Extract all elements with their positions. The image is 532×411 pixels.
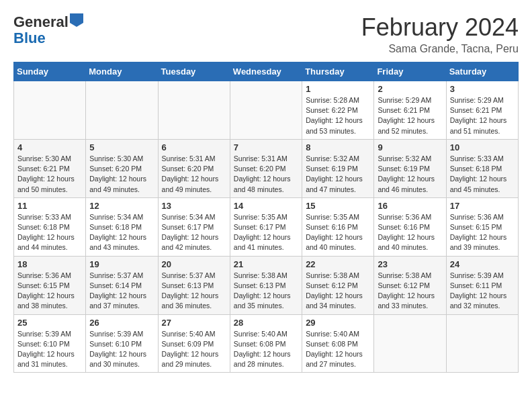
calendar-cell: 29Sunrise: 5:40 AM Sunset: 6:08 PM Dayli…: [302, 314, 374, 373]
day-number: 13: [162, 201, 226, 211]
calendar-cell: 7Sunrise: 5:31 AM Sunset: 6:20 PM Daylig…: [230, 139, 302, 197]
page-header: General Blue February 2024 Sama Grande, …: [13, 13, 519, 55]
calendar-cell: [374, 314, 446, 373]
calendar-cell: 8Sunrise: 5:32 AM Sunset: 6:19 PM Daylig…: [302, 139, 374, 197]
day-info: Sunrise: 5:37 AM Sunset: 6:13 PM Dayligh…: [162, 271, 226, 312]
calendar-cell: 12Sunrise: 5:34 AM Sunset: 6:18 PM Dayli…: [86, 197, 158, 256]
days-header-row: SundayMondayTuesdayWednesdayThursdayFrid…: [14, 62, 519, 81]
day-number: 3: [450, 84, 515, 94]
day-number: 19: [89, 259, 154, 269]
day-number: 6: [162, 142, 226, 152]
day-number: 8: [306, 142, 370, 152]
day-number: 16: [378, 201, 442, 211]
logo: General Blue: [13, 13, 86, 46]
day-info: Sunrise: 5:36 AM Sunset: 6:15 PM Dayligh…: [450, 212, 515, 253]
day-info: Sunrise: 5:38 AM Sunset: 6:12 PM Dayligh…: [306, 271, 370, 312]
calendar-cell: 11Sunrise: 5:33 AM Sunset: 6:18 PM Dayli…: [14, 197, 86, 256]
day-info: Sunrise: 5:36 AM Sunset: 6:15 PM Dayligh…: [17, 271, 82, 312]
day-info: Sunrise: 5:31 AM Sunset: 6:20 PM Dayligh…: [234, 154, 298, 195]
calendar-week-2: 4Sunrise: 5:30 AM Sunset: 6:21 PM Daylig…: [14, 139, 519, 197]
calendar-cell: 16Sunrise: 5:36 AM Sunset: 6:16 PM Dayli…: [374, 197, 446, 256]
calendar-cell: [86, 81, 158, 140]
day-number: 7: [234, 142, 298, 152]
calendar-cell: 13Sunrise: 5:34 AM Sunset: 6:17 PM Dayli…: [158, 197, 230, 256]
day-header-sunday: Sunday: [14, 62, 86, 81]
month-title: February 2024: [361, 13, 519, 42]
day-number: 18: [17, 259, 82, 269]
calendar-cell: [14, 81, 86, 140]
day-info: Sunrise: 5:32 AM Sunset: 6:19 PM Dayligh…: [378, 154, 442, 195]
calendar-cell: 18Sunrise: 5:36 AM Sunset: 6:15 PM Dayli…: [14, 256, 86, 314]
calendar-week-5: 25Sunrise: 5:39 AM Sunset: 6:10 PM Dayli…: [14, 314, 519, 373]
day-number: 11: [17, 201, 82, 211]
calendar-cell: [158, 81, 230, 140]
day-info: Sunrise: 5:30 AM Sunset: 6:20 PM Dayligh…: [89, 154, 154, 195]
day-info: Sunrise: 5:29 AM Sunset: 6:21 PM Dayligh…: [378, 95, 442, 136]
calendar-cell: 28Sunrise: 5:40 AM Sunset: 6:08 PM Dayli…: [230, 314, 302, 373]
day-header-monday: Monday: [86, 62, 158, 81]
calendar-cell: 10Sunrise: 5:33 AM Sunset: 6:18 PM Dayli…: [446, 139, 518, 197]
day-info: Sunrise: 5:38 AM Sunset: 6:12 PM Dayligh…: [378, 271, 442, 312]
calendar-cell: 3Sunrise: 5:29 AM Sunset: 6:21 PM Daylig…: [446, 81, 518, 140]
calendar-cell: 26Sunrise: 5:39 AM Sunset: 6:10 PM Dayli…: [86, 314, 158, 373]
day-info: Sunrise: 5:40 AM Sunset: 6:08 PM Dayligh…: [234, 329, 298, 370]
calendar-cell: 1Sunrise: 5:28 AM Sunset: 6:22 PM Daylig…: [302, 81, 374, 140]
calendar-cell: 17Sunrise: 5:36 AM Sunset: 6:15 PM Dayli…: [446, 197, 518, 256]
day-number: 9: [378, 142, 442, 152]
calendar-cell: 23Sunrise: 5:38 AM Sunset: 6:12 PM Dayli…: [374, 256, 446, 314]
day-info: Sunrise: 5:29 AM Sunset: 6:21 PM Dayligh…: [450, 95, 515, 136]
day-number: 17: [450, 201, 515, 211]
day-header-thursday: Thursday: [302, 62, 374, 81]
day-number: 5: [89, 142, 154, 152]
calendar-cell: 2Sunrise: 5:29 AM Sunset: 6:21 PM Daylig…: [374, 81, 446, 140]
day-number: 23: [378, 259, 442, 269]
calendar-week-1: 1Sunrise: 5:28 AM Sunset: 6:22 PM Daylig…: [14, 81, 519, 140]
day-number: 29: [306, 318, 370, 328]
day-info: Sunrise: 5:33 AM Sunset: 6:18 PM Dayligh…: [17, 212, 82, 253]
calendar-cell: 4Sunrise: 5:30 AM Sunset: 6:21 PM Daylig…: [14, 139, 86, 197]
logo-general: General: [13, 13, 69, 30]
day-info: Sunrise: 5:39 AM Sunset: 6:10 PM Dayligh…: [89, 329, 154, 370]
day-number: 27: [162, 318, 226, 328]
day-info: Sunrise: 5:37 AM Sunset: 6:14 PM Dayligh…: [89, 271, 154, 312]
day-info: Sunrise: 5:40 AM Sunset: 6:09 PM Dayligh…: [162, 329, 226, 370]
day-number: 25: [17, 318, 82, 328]
day-header-saturday: Saturday: [446, 62, 518, 81]
day-info: Sunrise: 5:32 AM Sunset: 6:19 PM Dayligh…: [306, 154, 370, 195]
calendar-table: SundayMondayTuesdayWednesdayThursdayFrid…: [13, 62, 519, 373]
day-number: 14: [234, 201, 298, 211]
calendar-cell: [446, 314, 518, 373]
day-info: Sunrise: 5:35 AM Sunset: 6:16 PM Dayligh…: [306, 212, 370, 253]
day-info: Sunrise: 5:30 AM Sunset: 6:21 PM Dayligh…: [17, 154, 82, 195]
day-number: 26: [89, 318, 154, 328]
calendar-cell: 22Sunrise: 5:38 AM Sunset: 6:12 PM Dayli…: [302, 256, 374, 314]
day-info: Sunrise: 5:34 AM Sunset: 6:18 PM Dayligh…: [89, 212, 154, 253]
logo-blue: Blue: [13, 30, 46, 46]
day-header-wednesday: Wednesday: [230, 62, 302, 81]
day-number: 28: [234, 318, 298, 328]
day-number: 22: [306, 259, 370, 269]
calendar-cell: 15Sunrise: 5:35 AM Sunset: 6:16 PM Dayli…: [302, 197, 374, 256]
day-info: Sunrise: 5:39 AM Sunset: 6:10 PM Dayligh…: [17, 329, 82, 370]
calendar-cell: 19Sunrise: 5:37 AM Sunset: 6:14 PM Dayli…: [86, 256, 158, 314]
day-number: 12: [89, 201, 154, 211]
day-info: Sunrise: 5:31 AM Sunset: 6:20 PM Dayligh…: [162, 154, 226, 195]
day-header-friday: Friday: [374, 62, 446, 81]
day-info: Sunrise: 5:34 AM Sunset: 6:17 PM Dayligh…: [162, 212, 226, 253]
calendar-cell: 24Sunrise: 5:39 AM Sunset: 6:11 PM Dayli…: [446, 256, 518, 314]
day-info: Sunrise: 5:36 AM Sunset: 6:16 PM Dayligh…: [378, 212, 442, 253]
day-number: 21: [234, 259, 298, 269]
svg-marker-0: [70, 13, 83, 27]
day-number: 20: [162, 259, 226, 269]
calendar-cell: 6Sunrise: 5:31 AM Sunset: 6:20 PM Daylig…: [158, 139, 230, 197]
calendar-week-3: 11Sunrise: 5:33 AM Sunset: 6:18 PM Dayli…: [14, 197, 519, 256]
day-info: Sunrise: 5:28 AM Sunset: 6:22 PM Dayligh…: [306, 95, 370, 136]
day-number: 2: [378, 84, 442, 94]
calendar-cell: 14Sunrise: 5:35 AM Sunset: 6:17 PM Dayli…: [230, 197, 302, 256]
logo-icon: [70, 13, 86, 27]
calendar-cell: 27Sunrise: 5:40 AM Sunset: 6:09 PM Dayli…: [158, 314, 230, 373]
calendar-cell: 21Sunrise: 5:38 AM Sunset: 6:13 PM Dayli…: [230, 256, 302, 314]
calendar-cell: [230, 81, 302, 140]
day-number: 10: [450, 142, 515, 152]
day-info: Sunrise: 5:38 AM Sunset: 6:13 PM Dayligh…: [234, 271, 298, 312]
